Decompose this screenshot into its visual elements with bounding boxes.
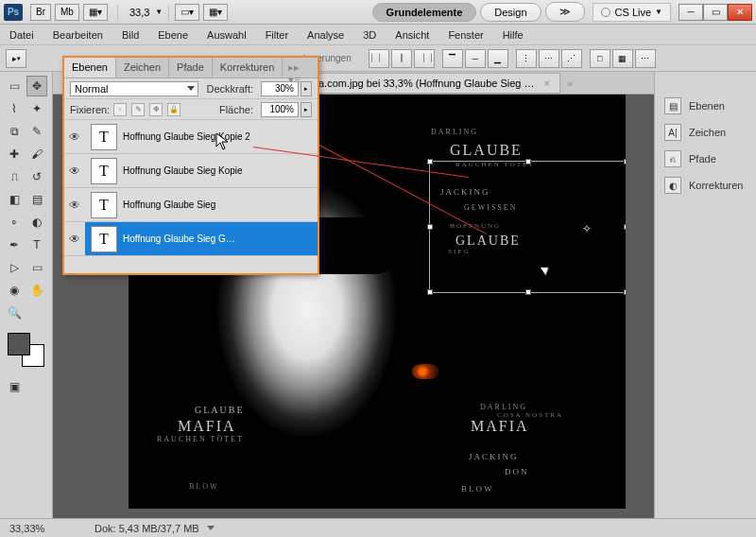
blur-tool[interactable]: ∘ xyxy=(4,212,25,233)
minimize-button[interactable]: ─ xyxy=(679,4,703,21)
lock-transparency-icon[interactable]: ▫ xyxy=(113,103,127,116)
panel-more-icon[interactable]: ▸▸ ▾≡ xyxy=(283,58,318,78)
align-top-button[interactable]: ▔ xyxy=(442,49,463,68)
chevron-down-icon[interactable]: ▼ xyxy=(155,8,163,16)
visibility-toggle[interactable]: 👁 xyxy=(64,165,85,178)
align-left-button[interactable]: ⎸⎸ xyxy=(369,49,389,68)
move-tool-preset[interactable]: ▸▾ xyxy=(6,49,26,68)
zoom-readout[interactable]: 33,3 xyxy=(124,5,155,20)
menu-bild[interactable]: Bild xyxy=(122,29,139,41)
tab-ebenen[interactable]: Ebenen xyxy=(64,58,116,78)
align-center-button[interactable]: ⎹⎸ xyxy=(391,49,412,68)
menu-analyse[interactable]: Analyse xyxy=(307,29,344,41)
workspace-design[interactable]: Design xyxy=(480,3,541,22)
maximize-button[interactable]: ▭ xyxy=(703,4,728,21)
layer-name[interactable]: Hoffnung Glaube Sieg xyxy=(123,199,215,210)
side-zeichen[interactable]: A|Zeichen xyxy=(655,119,756,146)
history-brush-tool[interactable]: ↺ xyxy=(26,166,47,187)
eyedropper-tool[interactable]: ✎ xyxy=(26,121,47,142)
color-swatches[interactable] xyxy=(8,333,44,367)
gradient-tool[interactable]: ▤ xyxy=(26,189,47,210)
close-button[interactable]: ✕ xyxy=(728,4,752,21)
zoom-tool[interactable]: 🔍 xyxy=(4,303,25,323)
lock-all-icon[interactable]: 🔒 xyxy=(167,103,180,116)
marquee-tool[interactable]: ▭ xyxy=(4,76,25,96)
document-tab[interactable]: a.com.jpg bei 33,3% (Hoffnung Glaube Sie… xyxy=(308,73,560,94)
align-vmid-button[interactable]: ─ xyxy=(465,49,486,68)
blend-mode-combo[interactable]: Normal xyxy=(70,81,198,96)
menu-3d[interactable]: 3D xyxy=(363,29,376,41)
side-ebenen[interactable]: ▤Ebenen xyxy=(655,93,756,119)
arrange-button[interactable]: ▦▾ xyxy=(203,4,228,21)
visibility-toggle[interactable]: 👁 xyxy=(64,222,85,255)
opacity-input[interactable]: 30% xyxy=(261,81,299,96)
wand-tool[interactable]: ✦ xyxy=(26,98,47,119)
layer-row[interactable]: 👁 T Hoffnung Glaube Sieg xyxy=(64,188,318,222)
pen-tool[interactable]: ✒ xyxy=(4,234,25,255)
status-zoom[interactable]: 33,33% xyxy=(9,523,66,534)
side-korrekturen[interactable]: ◐Korrekturen xyxy=(655,172,756,199)
type-tool[interactable]: T xyxy=(26,234,47,255)
screen-mode-button[interactable]: ▭▾ xyxy=(175,4,199,21)
tab-more-icon[interactable]: » xyxy=(560,78,579,89)
menu-ebene[interactable]: Ebene xyxy=(158,29,188,41)
minibridge-button[interactable]: Mb xyxy=(55,4,79,21)
bridge-button[interactable]: Br xyxy=(30,4,51,21)
layer-name[interactable]: Hoffnung Glaube Sieg Kopie 2 xyxy=(123,131,250,142)
opacity-slider-icon[interactable]: ▸ xyxy=(301,81,312,96)
visibility-toggle[interactable]: 👁 xyxy=(64,199,85,212)
auto-align-button[interactable]: □ xyxy=(590,49,610,68)
cslive-button[interactable]: CS Live ▼ xyxy=(593,3,671,22)
workspace-more[interactable]: ≫ xyxy=(545,2,585,22)
path-select-tool[interactable]: ▷ xyxy=(4,257,25,278)
dodge-tool[interactable]: ◐ xyxy=(26,212,47,233)
layer-name[interactable]: Hoffnung Glaube Sieg G… xyxy=(123,234,235,244)
close-tab-icon[interactable]: × xyxy=(544,78,550,89)
heal-tool[interactable]: ✚ xyxy=(4,144,25,165)
menu-bearbeiten[interactable]: Bearbeiten xyxy=(53,29,103,41)
layer-name[interactable]: Hoffnung Glaube Sieg Kopie xyxy=(123,165,243,176)
transform-center-icon[interactable]: ✧ xyxy=(582,222,592,232)
crop-tool[interactable]: ⧉ xyxy=(4,121,25,142)
stamp-tool[interactable]: ⎍ xyxy=(4,166,25,187)
more-options-button[interactable]: ⋯ xyxy=(635,49,656,68)
layer-row[interactable]: 👁 T Hoffnung Glaube Sieg Kopie xyxy=(64,154,318,188)
menu-auswahl[interactable]: Auswahl xyxy=(207,29,247,41)
layers-panel[interactable]: Ebenen Zeichen Pfade Korrekturen ▸▸ ▾≡ N… xyxy=(63,57,318,274)
lasso-tool[interactable]: ⌇ xyxy=(4,98,25,119)
align-right-button[interactable]: ⎹⎹ xyxy=(414,49,435,68)
menu-datei[interactable]: Datei xyxy=(9,29,34,41)
tab-korrekturen[interactable]: Korrekturen xyxy=(213,58,283,78)
quickmask-button[interactable]: ▣ xyxy=(4,376,25,397)
auto-blend-button[interactable]: ▦ xyxy=(612,49,633,68)
menu-ansicht[interactable]: Ansicht xyxy=(395,29,429,41)
lock-position-icon[interactable]: ✥ xyxy=(149,103,163,116)
distribute-3-button[interactable]: ⋰ xyxy=(561,49,582,68)
tab-pfade[interactable]: Pfade xyxy=(169,58,213,78)
hand-tool[interactable]: ✋ xyxy=(26,280,47,301)
distribute-v-button[interactable]: ⋯ xyxy=(539,49,559,68)
align-bottom-button[interactable]: ▁ xyxy=(488,49,508,68)
visibility-toggle[interactable]: 👁 xyxy=(64,130,85,144)
fill-slider-icon[interactable]: ▸ xyxy=(301,102,312,117)
menu-fenster[interactable]: Fenster xyxy=(448,29,483,41)
workspace-grundelemente[interactable]: Grundelemente xyxy=(372,3,477,22)
status-menu-icon[interactable] xyxy=(207,526,215,530)
side-pfade[interactable]: ⎌Pfade xyxy=(655,146,756,172)
cslive-dot-icon xyxy=(601,8,610,17)
layer-row[interactable]: 👁 T Hoffnung Glaube Sieg Kopie 2 xyxy=(64,120,318,154)
brush-tool[interactable]: 🖌 xyxy=(26,144,47,165)
lock-pixels-icon[interactable]: ✎ xyxy=(131,103,145,116)
move-tool[interactable]: ✥ xyxy=(26,76,47,96)
shape-tool[interactable]: ▭ xyxy=(26,257,47,278)
film-icon[interactable]: ▦▾ xyxy=(83,4,108,21)
menu-filter[interactable]: Filter xyxy=(266,29,288,41)
fill-input[interactable]: 100% xyxy=(261,102,299,117)
tab-zeichen[interactable]: Zeichen xyxy=(116,58,169,78)
layer-row[interactable]: 👁 T Hoffnung Glaube Sieg G… xyxy=(64,222,318,256)
distribute-h-button[interactable]: ⋮ xyxy=(516,49,537,68)
menu-hilfe[interactable]: Hilfe xyxy=(503,29,524,41)
3d-tool[interactable]: ◉ xyxy=(4,280,25,301)
eraser-tool[interactable]: ◧ xyxy=(4,189,25,210)
foreground-swatch[interactable] xyxy=(8,333,30,355)
